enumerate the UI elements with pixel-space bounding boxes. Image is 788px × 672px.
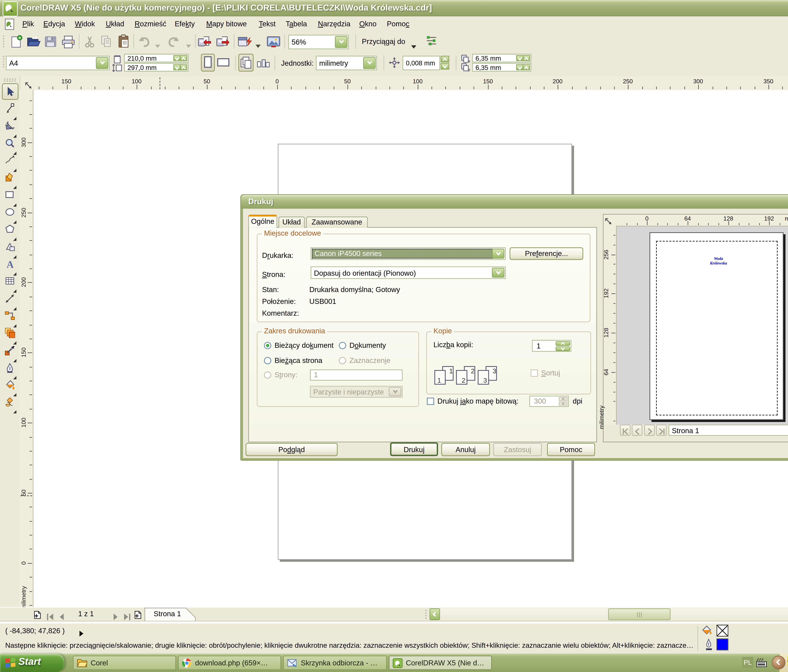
svg-text:1: 1: [449, 367, 453, 375]
svg-text:1: 1: [437, 377, 441, 384]
svg-text:3: 3: [483, 377, 487, 384]
svg-text:3: 3: [492, 367, 496, 375]
svg-text:2: 2: [471, 367, 475, 375]
svg-text:2: 2: [462, 377, 465, 384]
svg-text:A: A: [6, 259, 14, 269]
svg-text:y: y: [468, 67, 470, 71]
